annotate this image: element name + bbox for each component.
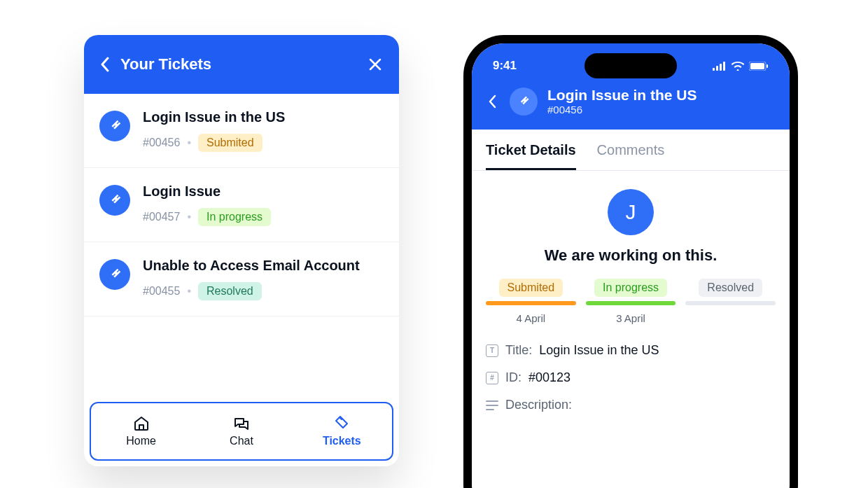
ticket-icon	[99, 185, 130, 216]
tickets-widget: Your Tickets Login Issue in the US #0045…	[84, 35, 399, 466]
phone-screen: 9:41 Login Issue in the US #00456	[472, 43, 790, 488]
tab-chat[interactable]: Chat	[191, 403, 291, 459]
description-icon	[486, 399, 498, 412]
detail-label: Description:	[505, 398, 572, 412]
tab-tickets[interactable]: Tickets	[292, 403, 392, 459]
detail-title-row: T Title: Login Issue in the US	[486, 343, 776, 358]
ticket-list: Login Issue in the US #00456 • Submited …	[84, 94, 399, 396]
progress-stages: Submited 4 April In progress 3 April Res…	[486, 279, 776, 325]
status-icons	[713, 62, 769, 71]
status-badge: In progress	[198, 208, 271, 226]
tab-home[interactable]: Home	[91, 403, 191, 459]
avatar: J	[608, 189, 654, 235]
stage-inprogress: In progress 3 April	[586, 279, 676, 325]
ticket-icon	[99, 111, 130, 141]
detail-label: Title:	[505, 343, 532, 358]
stage-badge: In progress	[594, 279, 667, 297]
dynamic-island	[584, 53, 677, 78]
ticket-row[interactable]: Login Issue in the US #00456 • Submited	[84, 94, 399, 168]
detail-desc-row: Description:	[486, 398, 776, 412]
battery-icon	[749, 62, 769, 71]
stage-bar	[486, 301, 576, 305]
back-icon[interactable]	[98, 55, 112, 74]
phone-header: Login Issue in the US #00456	[472, 80, 790, 130]
status-badge: Resolved	[198, 282, 262, 300]
status-badge: Submited	[198, 134, 262, 152]
detail-id-row: # ID: #00123	[486, 370, 776, 385]
close-icon[interactable]	[365, 55, 385, 74]
detail-value: Login Issue in the US	[539, 343, 659, 358]
ticket-title: Unable to Access Email Account	[143, 258, 385, 274]
detail-value: #00123	[528, 370, 570, 385]
ticket-row[interactable]: Unable to Access Email Account #00455 • …	[84, 242, 399, 316]
ticket-id: #00456	[143, 137, 180, 149]
separator-dot: •	[187, 137, 191, 149]
tab-ticket-details[interactable]: Ticket Details	[486, 142, 576, 170]
widget-header: Your Tickets	[84, 35, 399, 94]
phone-back-icon[interactable]	[484, 92, 500, 111]
svg-rect-0	[713, 68, 715, 71]
ticket-icon	[99, 259, 130, 290]
tab-label: Tickets	[323, 435, 361, 447]
stage-badge: Resolved	[699, 279, 762, 297]
svg-rect-2	[720, 64, 722, 71]
status-time: 9:41	[493, 59, 517, 73]
stage-date: 4 April	[516, 312, 545, 325]
tab-label: Chat	[230, 435, 253, 447]
separator-dot: •	[187, 285, 191, 298]
stage-bar	[586, 301, 676, 305]
ticket-id: #00457	[143, 211, 180, 223]
stage-resolved: Resolved	[685, 279, 776, 325]
cellular-icon	[713, 62, 727, 71]
phone-frame: 9:41 Login Issue in the US #00456	[463, 35, 798, 488]
wifi-icon	[732, 62, 744, 71]
svg-rect-5	[750, 63, 764, 69]
stage-submited: Submited 4 April	[486, 279, 576, 325]
status-message: We are working on this.	[486, 246, 776, 265]
stage-date: 3 April	[616, 312, 645, 325]
tab-label: Home	[126, 435, 156, 447]
phone-content: J We are working on this. Submited 4 Apr…	[472, 171, 790, 426]
detail-label: ID:	[505, 370, 522, 385]
bottom-tabbar: Home Chat Tickets	[90, 402, 393, 461]
detail-list: T Title: Login Issue in the US # ID: #00…	[486, 343, 776, 412]
phone-tabs: Ticket Details Comments	[472, 130, 790, 171]
ticket-title: Login Issue	[143, 183, 385, 200]
svg-rect-3	[723, 62, 725, 71]
stage-bar	[685, 301, 776, 305]
phone-header-title: Login Issue in the US	[547, 87, 697, 104]
ticket-icon	[510, 88, 538, 116]
id-icon: #	[486, 372, 498, 384]
title-icon: T	[486, 344, 498, 357]
tab-comments[interactable]: Comments	[597, 142, 665, 170]
widget-title: Your Tickets	[120, 55, 357, 74]
ticket-id: #00455	[143, 285, 180, 298]
phone-header-id: #00456	[547, 104, 697, 116]
ticket-title: Login Issue in the US	[143, 109, 385, 125]
stage-badge: Submited	[499, 279, 564, 297]
svg-rect-6	[766, 64, 768, 68]
ticket-row[interactable]: Login Issue #00457 • In progress	[84, 168, 399, 242]
separator-dot: •	[187, 211, 191, 223]
svg-rect-1	[716, 66, 718, 71]
